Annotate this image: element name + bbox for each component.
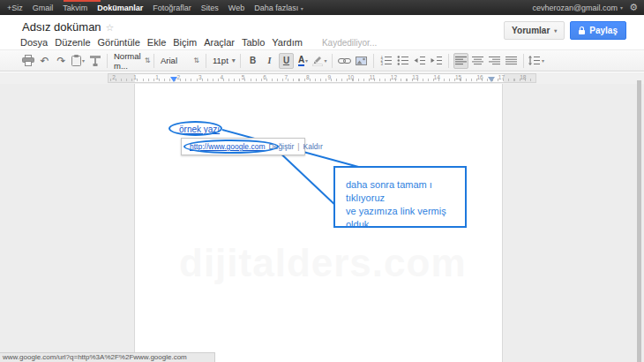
underline-button[interactable]: U (279, 53, 294, 69)
link-fotograflar[interactable]: Fotoğraflar (153, 4, 191, 12)
services-links: +Siz Gmail Takvim Dokümanlar Fotoğraflar… (0, 4, 303, 12)
align-left-icon (455, 56, 467, 65)
annotation-line2: ve yazımıza link vermiş olduk (346, 205, 465, 231)
saving-status: Kaydediliyor... (322, 38, 377, 48)
chevron-down-icon: ▾ (554, 27, 557, 34)
font-value: Arial (161, 56, 177, 65)
increase-indent-button[interactable] (429, 53, 444, 69)
toolbar-separator (240, 54, 241, 68)
align-left-button[interactable] (453, 53, 468, 69)
share-button[interactable]: Paylaş (570, 21, 626, 40)
chevron-down-icon: ▾ (305, 58, 308, 64)
image-icon (356, 57, 367, 65)
align-justify-button[interactable] (504, 53, 519, 69)
menu-bicim[interactable]: Biçim (169, 37, 200, 48)
insert-link-button[interactable] (337, 53, 352, 69)
menu-dosya[interactable]: Dosya (17, 37, 51, 48)
star-icon[interactable]: ☆ (106, 22, 115, 33)
more-label: Daha fazlası (254, 4, 298, 12)
numbered-list-icon: 123 (380, 56, 393, 65)
style-value: Normal m... (114, 51, 141, 71)
menu-yardim[interactable]: Yardım (268, 37, 306, 48)
google-docs-window: +Siz Gmail Takvim Dokümanlar Fotoğraflar… (0, 0, 644, 362)
comments-label: Yorumlar (512, 26, 550, 35)
link-remove-button[interactable]: Kaldır (303, 142, 323, 151)
account-area: cevherozan@gmail.com ▾ ⚙ (532, 3, 644, 12)
undo-button[interactable]: ↶ (37, 53, 52, 69)
link-web[interactable]: Web (228, 4, 244, 12)
comments-button[interactable]: Yorumlar ▾ (504, 21, 565, 40)
link-plus-siz[interactable]: +Siz (7, 4, 23, 12)
updown-arrow-icon: ⇅ (193, 57, 199, 64)
document-hyperlink-text[interactable]: örnek yazı (179, 124, 220, 134)
bulleted-list-button[interactable] (395, 53, 410, 69)
decrease-indent-button[interactable] (412, 53, 427, 69)
paint-format-button[interactable]: ▾ (71, 53, 86, 69)
print-icon (22, 55, 34, 66)
font-family-select[interactable]: Arial ⇅ (158, 53, 202, 69)
chevron-down-icon: ▾ (620, 4, 623, 11)
ruler[interactable]: 21123456789101112131415161718 (108, 73, 536, 83)
insert-image-button[interactable] (354, 53, 369, 69)
menu-goruntule[interactable]: Görüntüle (94, 37, 144, 48)
link-gmail[interactable]: Gmail (33, 4, 54, 12)
annotation-line1: daha sonra tamam ı tıklıyoruz (346, 178, 465, 205)
header-actions: Yorumlar ▾ Paylaş (504, 21, 626, 40)
redo-button[interactable]: ↷ (54, 53, 69, 69)
toolbar-separator (332, 54, 333, 68)
toolbar-separator (373, 54, 374, 68)
toolbar-separator (523, 54, 524, 68)
format-paint-button[interactable] (87, 53, 102, 69)
toolbar-separator (206, 54, 206, 68)
highlight-color-button[interactable]: ▾ (312, 53, 327, 69)
chevron-down-icon: ▾ (232, 57, 236, 64)
menu-duzenle[interactable]: Düzenle (51, 37, 94, 48)
gear-icon[interactable]: ⚙ (629, 3, 638, 12)
ruler-row: 21123456789101112131415161718 (0, 72, 644, 84)
align-center-icon (472, 56, 483, 65)
account-menu[interactable]: cevherozan@gmail.com ▾ (532, 4, 623, 12)
link-icon (338, 57, 351, 64)
italic-button[interactable]: I (262, 53, 277, 69)
menu-ekle[interactable]: Ekle (144, 37, 169, 48)
account-email: cevherozan@gmail.com (532, 4, 618, 12)
annotation-callout: daha sonra tamam ı tıklıyoruz ve yazımız… (333, 166, 467, 228)
font-size-select[interactable]: 11pt ▾ (210, 53, 236, 69)
link-bubble: http://www.google.com Değiştir | Kaldır (181, 138, 305, 155)
document-title[interactable]: Adsız doküman☆ (22, 20, 114, 34)
document-header: Adsız doküman☆ Dosya Düzenle Görüntüle E… (0, 15, 644, 49)
toolbar-separator (154, 54, 154, 68)
print-button[interactable] (20, 53, 35, 69)
text-color-icon: A (298, 55, 304, 66)
link-daha-fazlasi[interactable]: Daha fazlası ▾ (254, 4, 303, 12)
chevron-down-icon: ▾ (542, 58, 544, 64)
vertical-scrollbar[interactable] (637, 80, 641, 362)
line-spacing-button[interactable]: ▾ (528, 53, 544, 69)
lock-icon (579, 30, 585, 34)
increase-indent-icon (431, 56, 443, 65)
link-takvim[interactable]: Takvim (63, 4, 87, 12)
edit-toolbar: ↶ ↷ ▾ Normal m... ⇅ Arial ⇅ (0, 49, 644, 72)
link-change-button[interactable]: Değiştir (269, 142, 295, 151)
link-dokumanlar[interactable]: Dokümanlar (97, 4, 143, 12)
chevron-down-icon: ▾ (82, 58, 85, 64)
svg-text:3: 3 (380, 62, 383, 65)
link-bubble-url[interactable]: http://www.google.com (190, 142, 266, 151)
right-indent-marker[interactable] (488, 77, 495, 82)
link-preview-statusbar: www.google.com/url?q=http%3A%2F%2Fwww.go… (0, 352, 215, 362)
menu-tablo[interactable]: Tablo (238, 37, 268, 48)
menu-bar: Dosya Düzenle Görüntüle Ekle Biçim Araçl… (17, 37, 377, 48)
menu-araclar[interactable]: Araçlar (200, 37, 238, 48)
align-right-icon (489, 56, 500, 65)
text-color-button[interactable]: A ▾ (296, 53, 311, 69)
paragraph-style-select[interactable]: Normal m... ⇅ (111, 53, 150, 69)
left-indent-marker[interactable] (170, 77, 177, 82)
active-service-indicator (64, 0, 101, 2)
align-right-button[interactable] (487, 53, 502, 69)
link-sites[interactable]: Sites (201, 4, 219, 12)
numbered-list-button[interactable]: 123 (378, 53, 393, 69)
align-center-button[interactable] (470, 53, 485, 69)
format-paint-icon (90, 56, 101, 66)
document-title-text: Adsız doküman (22, 20, 101, 34)
bold-button[interactable]: B (245, 53, 260, 69)
